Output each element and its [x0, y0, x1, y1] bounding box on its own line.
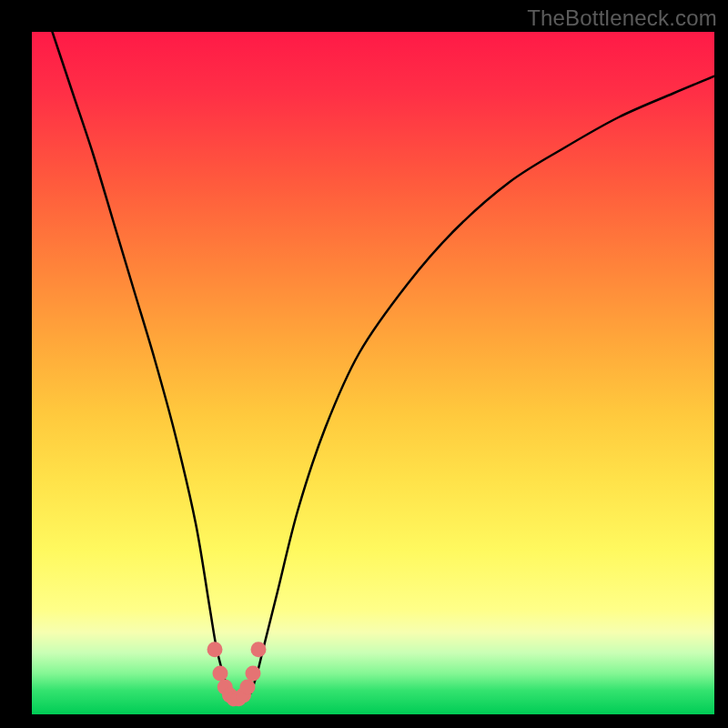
bottleneck-curve [32, 32, 714, 714]
marker-dot [246, 666, 261, 682]
marker-dot [213, 666, 228, 682]
marker-dot [207, 642, 223, 657]
chart-frame: TheBottleneck.com [0, 0, 728, 728]
plot-area [32, 32, 714, 714]
watermark-text: TheBottleneck.com [527, 5, 717, 31]
marker-dot [251, 642, 267, 657]
curve-line [53, 32, 715, 700]
marker-dot [240, 680, 256, 695]
curve-markers [207, 642, 267, 706]
